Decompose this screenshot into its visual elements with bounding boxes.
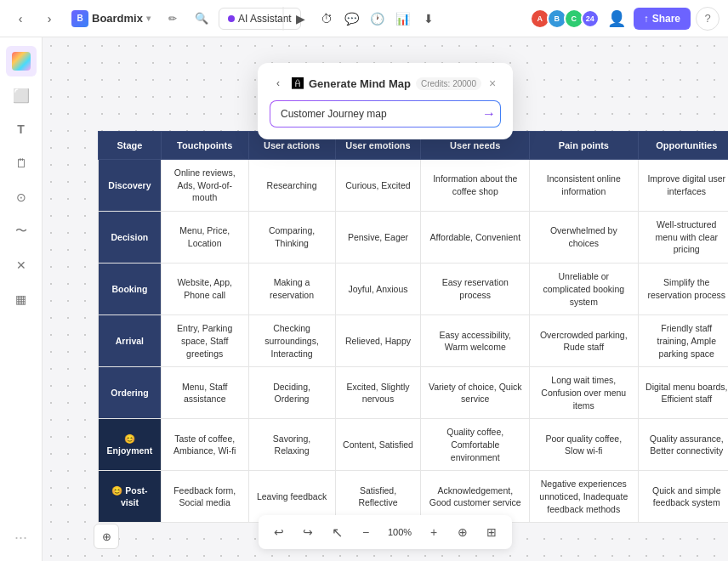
cursor-button[interactable]: ↖ xyxy=(325,520,349,544)
user-needs-cell: Variety of choice, Quick service xyxy=(421,367,530,419)
table-row: Booking Website, App, Phone call Making … xyxy=(99,264,729,315)
clock-button[interactable]: 🕐 xyxy=(366,7,390,31)
sidebar-shape-icon[interactable]: ⬜ xyxy=(6,80,37,110)
toolbar-left: ‹ › B Boardmix ▾ ✏ 🔍 AI Assistant xyxy=(9,7,301,31)
bottom-left-action-button[interactable]: ⊕ xyxy=(94,524,119,549)
canvas-area[interactable]: ‹ 🅰 Generate Mind Map Credits: 20000 × →… xyxy=(43,37,728,561)
toolbar-right: A B C 24 👤 ↑ Share ? xyxy=(530,7,719,31)
user-actions-cell: Making a reservation xyxy=(248,264,335,315)
sidebar-pen-icon[interactable]: 〜 xyxy=(6,216,37,246)
ai-dialog-title: Generate Mind Map xyxy=(309,77,411,90)
journey-map-table: Stage Touchpoints User actions User emot… xyxy=(98,131,728,523)
zoom-in-button[interactable]: + xyxy=(422,520,446,544)
opportunities-cell: Quick and simple feedback system xyxy=(638,471,728,523)
grid-view-button[interactable]: ⊞ xyxy=(480,520,503,544)
stage-cell: 😊 Enjoyment xyxy=(99,419,162,471)
ai-dialog-title-row: ‹ 🅰 Generate Mind Map Credits: 20000 xyxy=(270,75,481,92)
touchpoints-cell: Menu, Staff assistance xyxy=(161,367,248,419)
user-actions-cell: Savoring, Relaxing xyxy=(248,419,335,471)
timer-button[interactable]: ⏱ xyxy=(315,7,338,31)
opportunities-cell: Friendly staff training, Ample parking s… xyxy=(638,315,728,367)
ai-input-wrapper: → xyxy=(270,100,501,128)
toolbar-center: ▶ ⏱ 💬 🕐 📊 ⬇ xyxy=(283,7,446,31)
redo-button[interactable]: ↪ xyxy=(296,520,320,544)
avatar-group: A B C 24 xyxy=(530,8,600,29)
opportunities-cell: Well-structured menu with clear pricing xyxy=(638,212,728,264)
opportunities-cell: Digital menu boards, Efficient staff xyxy=(638,367,728,419)
fit-screen-button[interactable]: ⊕ xyxy=(451,520,475,544)
chat-button[interactable]: 💬 xyxy=(340,7,364,31)
table-row: 😊 Enjoyment Taste of coffee, Ambiance, W… xyxy=(99,419,729,471)
bottom-left-icon-symbol: ⊕ xyxy=(102,530,111,543)
ai-dot-icon xyxy=(228,15,235,22)
avatar-count: 24 xyxy=(581,9,600,28)
bottom-toolbar: ↩ ↪ ↖ − 100% + ⊕ ⊞ xyxy=(259,515,512,549)
user-actions-cell: Comparing, Thinking xyxy=(248,212,335,264)
brand-logo[interactable]: B Boardmix ▾ xyxy=(66,7,156,31)
user-emotions-cell: Relieved, Happy xyxy=(335,315,421,367)
sidebar-connector-icon[interactable]: ⊙ xyxy=(6,182,37,212)
header-stage: Stage xyxy=(99,132,162,160)
main-toolbar: ‹ › B Boardmix ▾ ✏ 🔍 AI Assistant ▶ ⏱ 💬 … xyxy=(0,0,728,37)
table-row: Ordering Menu, Staff assistance Deciding… xyxy=(99,367,729,419)
pain-points-cell: Overcrowded parking, Rude staff xyxy=(530,315,638,367)
chart-button[interactable]: 📊 xyxy=(391,7,415,31)
pain-points-cell: Unreliable or complicated booking system xyxy=(530,264,638,315)
back-button[interactable]: ‹ xyxy=(9,7,32,31)
sidebar-table-icon[interactable]: ▦ xyxy=(6,284,37,314)
table-row: Decision Menu, Price, Location Comparing… xyxy=(99,212,729,264)
share-button[interactable]: ↑ Share xyxy=(634,8,691,30)
user-needs-cell: Affordable, Convenient xyxy=(421,212,530,264)
user-emotions-cell: Curious, Excited xyxy=(335,160,421,212)
pain-points-cell: Overwhelmed by choices xyxy=(530,212,638,264)
search-button[interactable]: 🔍 xyxy=(190,7,213,31)
user-needs-cell: Easy accessibility, Warm welcome xyxy=(421,315,530,367)
header-pain-points: Pain points xyxy=(530,132,638,160)
pen-tool-button[interactable]: ✏ xyxy=(161,7,185,31)
pain-points-cell: Poor quality coffee, Slow wi-fi xyxy=(530,419,638,471)
forward-button[interactable]: › xyxy=(37,7,61,31)
sidebar-eraser-icon[interactable]: ✕ xyxy=(6,250,37,280)
ai-send-button[interactable]: → xyxy=(482,106,496,122)
share-icon: ↑ xyxy=(644,13,649,25)
touchpoints-cell: Menu, Price, Location xyxy=(161,212,248,264)
sidebar-more-icon[interactable]: ··· xyxy=(6,522,37,552)
brand-icon: B xyxy=(71,10,88,27)
zoom-out-button[interactable]: − xyxy=(354,520,378,544)
touchpoints-cell: Website, App, Phone call xyxy=(161,264,248,315)
opportunities-cell: Simplify the reservation process xyxy=(638,264,728,315)
stage-cell: Ordering xyxy=(99,367,162,419)
user-emotions-cell: Joyful, Anxious xyxy=(335,264,421,315)
ai-prompt-input[interactable] xyxy=(270,100,501,128)
touchpoints-cell: Taste of coffee, Ambiance, Wi-fi xyxy=(161,419,248,471)
stage-cell: Discovery xyxy=(99,160,162,212)
more-button[interactable]: ⬇ xyxy=(417,7,441,31)
undo-button[interactable]: ↩ xyxy=(267,520,291,544)
ai-dialog-close-button[interactable]: × xyxy=(484,75,501,92)
user-emotions-cell: Pensive, Eager xyxy=(335,212,421,264)
user-profile-button[interactable]: 👤 xyxy=(605,7,628,31)
help-button[interactable]: ? xyxy=(696,7,719,31)
stage-cell: Arrival xyxy=(99,315,162,367)
header-touchpoints: Touchpoints xyxy=(161,132,248,160)
sidebar-color-icon[interactable] xyxy=(6,46,37,76)
user-needs-cell: Easy reservation process xyxy=(421,264,530,315)
play-button[interactable]: ▶ xyxy=(289,7,313,31)
sidebar-note-icon[interactable]: 🗒 xyxy=(6,148,37,178)
user-actions-cell: Deciding, Ordering xyxy=(248,367,335,419)
user-actions-cell: Researching xyxy=(248,160,335,212)
brand-chevron: ▾ xyxy=(146,14,151,23)
touchpoints-cell: Feedback form, Social media xyxy=(161,471,248,523)
pain-points-cell: Negative experiences unnoticed, Inadequa… xyxy=(530,471,638,523)
table-row: Discovery Online reviews, Ads, Word-of-m… xyxy=(99,160,729,212)
ai-dialog-header: ‹ 🅰 Generate Mind Map Credits: 20000 × xyxy=(270,75,501,92)
touchpoints-cell: Entry, Parking space, Staff greetings xyxy=(161,315,248,367)
sidebar-text-icon[interactable]: T xyxy=(6,114,37,144)
brand-name: Boardmix xyxy=(92,12,143,25)
stage-cell: Decision xyxy=(99,212,162,264)
pain-points-cell: Long wait times, Confusion over menu ite… xyxy=(530,367,638,419)
ai-dialog-back-button[interactable]: ‹ xyxy=(270,75,287,92)
touchpoints-cell: Online reviews, Ads, Word-of-mouth xyxy=(161,160,248,212)
pain-points-cell: Inconsistent online information xyxy=(530,160,638,212)
zoom-level-display: 100% xyxy=(383,527,417,537)
